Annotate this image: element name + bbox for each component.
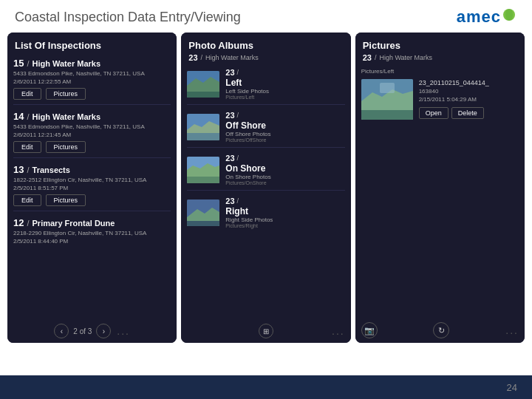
- picture-size: 163840: [419, 88, 519, 95]
- pictures-button[interactable]: Pictures: [46, 141, 86, 153]
- album-sub: Left Side Photos: [225, 88, 344, 95]
- pictures-panel-header: Pictures 23 / High Water Marks: [355, 33, 525, 65]
- album-item[interactable]: 23 / Left Left Side Photos Pictures/Left: [187, 68, 344, 105]
- album-path: Pictures/OnShore: [225, 180, 344, 185]
- bottom-bar: 24: [0, 375, 532, 399]
- inspection-number: 13: [13, 164, 24, 175]
- pictures-footer: 📷 ↻ ...: [355, 318, 525, 343]
- album-count-row: 23 /: [225, 111, 344, 120]
- album-item[interactable]: 23 / Right Right Side Photos Pictures/Ri…: [187, 197, 344, 233]
- svg-rect-7: [187, 133, 219, 140]
- album-thumbnail: [187, 200, 219, 226]
- pictures-button[interactable]: Pictures: [46, 194, 86, 206]
- inspections-title: List Of Inspections: [15, 40, 101, 51]
- picture-date: 2/15/2011 5:04:29 AM: [419, 96, 519, 103]
- page-number: 24: [507, 382, 517, 393]
- inspections-panel-header: List Of Inspections: [7, 33, 177, 55]
- inspection-number: 14: [13, 111, 24, 122]
- prev-button[interactable]: ‹: [54, 324, 69, 338]
- slash: /: [27, 219, 29, 228]
- album-info: 23 / Right Right Side Photos Pictures/Ri…: [225, 197, 344, 228]
- inspection-type: Transects: [33, 166, 70, 174]
- inspection-address: 2218-2290 Ellington Cir, Nashville, TN 3…: [13, 230, 171, 236]
- page-title: Coastal Inspection Data Entry/Viewing: [15, 10, 241, 25]
- album-slash: /: [237, 197, 239, 205]
- grid-icon[interactable]: ⊞: [259, 324, 273, 338]
- picture-thumb-svg: [361, 79, 413, 120]
- album-count: 23: [225, 68, 234, 77]
- picture-info: 23_20110215_044414_ 163840 2/15/2011 5:0…: [419, 79, 519, 120]
- album-slash: /: [237, 69, 239, 76]
- inspection-item: 12 / Primary Frontal Dune 2218-2290 Elli…: [13, 217, 171, 252]
- inspection-address: 5433 Edmondson Pike, Nashville, TN 37211…: [13, 70, 171, 77]
- albums-title: Photo Albums: [188, 40, 253, 51]
- camera-icon[interactable]: 📷: [361, 322, 378, 338]
- edit-button[interactable]: Edit: [13, 194, 41, 206]
- inspection-number: 15: [13, 58, 24, 69]
- inspection-date: 2/5/2011 8:44:40 PM: [13, 238, 171, 245]
- footer-dots: ...: [117, 325, 130, 337]
- amec-logo-text: amec: [457, 7, 501, 27]
- albums-panel: Photo Albums 23 / High Water Marks: [181, 33, 350, 343]
- album-thumb-svg: [187, 200, 219, 226]
- picture-item: 23_20110215_044414_ 163840 2/15/2011 5:0…: [361, 79, 519, 120]
- inspection-title-row: 13 / Transects: [13, 164, 171, 175]
- amec-logo-icon: [501, 9, 517, 25]
- svg-rect-4: [187, 92, 219, 98]
- album-name: Left: [225, 78, 344, 88]
- album-name: On Shore: [225, 163, 344, 174]
- album-item[interactable]: 23 / Off Shore Off Shore Photos Pictures…: [187, 111, 344, 148]
- inspection-buttons: Edit Pictures: [13, 141, 171, 153]
- page-info: 2 of 3: [73, 327, 92, 335]
- inspection-date: 2/6/2011 12:21:45 AM: [13, 132, 171, 138]
- page-header: Coastal Inspection Data Entry/Viewing am…: [0, 0, 532, 33]
- inspection-buttons: Edit Pictures: [13, 194, 171, 206]
- albums-list: 23 / Left Left Side Photos Pictures/Left: [181, 65, 350, 319]
- picture-name: 23_20110215_044414_: [419, 79, 519, 86]
- svg-rect-16: [361, 110, 413, 120]
- inspection-type: High Water Marks: [33, 59, 101, 68]
- pictures-button[interactable]: Pictures: [46, 88, 86, 100]
- album-info: 23 / Off Shore Off Shore Photos Pictures…: [225, 111, 344, 143]
- pictures-panel: Pictures 23 / High Water Marks Pictures/…: [355, 33, 525, 343]
- pictures-path-label: Pictures/Left: [361, 68, 519, 75]
- slash: /: [27, 59, 29, 68]
- inspections-list: 15 / High Water Marks 5433 Edmondson Pik…: [7, 55, 177, 319]
- albums-footer: ⊞ ...: [181, 319, 350, 343]
- albums-header-type: High Water Marks: [205, 54, 259, 61]
- inspection-item: 13 / Transects 1822-2512 Ellington Cir, …: [13, 164, 171, 211]
- inspection-item: 15 / High Water Marks 5433 Edmondson Pik…: [13, 58, 171, 105]
- inspection-date: 2/6/2011 12:22:55 AM: [13, 78, 171, 85]
- refresh-icon[interactable]: ↻: [433, 322, 449, 338]
- album-thumb-svg: [187, 71, 219, 98]
- album-item[interactable]: 23 / On Shore On Shore Photos Pictures/O…: [187, 154, 344, 191]
- main-content: List Of Inspections 15 / High Water Mark…: [0, 33, 532, 343]
- svg-rect-10: [187, 177, 219, 183]
- next-button[interactable]: ›: [96, 324, 111, 338]
- album-count-row: 23 /: [225, 197, 344, 205]
- svg-rect-17: [380, 83, 395, 93]
- album-count-row: 23 /: [225, 68, 344, 77]
- album-path: Pictures/Right: [225, 223, 344, 228]
- edit-button[interactable]: Edit: [13, 88, 41, 100]
- album-name: Off Shore: [225, 120, 344, 131]
- picture-buttons: Open Delete: [419, 107, 519, 119]
- album-count-row: 23 /: [225, 154, 344, 163]
- album-count: 23: [225, 111, 234, 120]
- album-thumbnail: [187, 71, 219, 98]
- album-thumbnail: [187, 157, 219, 183]
- inspection-type: High Water Marks: [33, 112, 101, 121]
- pictures-list: Pictures/Left 23_20110215_044414_ 163840…: [355, 65, 525, 318]
- inspection-item: 14 / High Water Marks 5433 Edmondson Pik…: [13, 111, 171, 158]
- inspection-type: Primary Frontal Dune: [33, 219, 115, 228]
- edit-button[interactable]: Edit: [13, 141, 41, 153]
- inspection-title-row: 15 / High Water Marks: [13, 58, 171, 69]
- delete-button[interactable]: Delete: [451, 107, 484, 119]
- slash: /: [27, 166, 29, 174]
- open-button[interactable]: Open: [419, 107, 449, 119]
- albums-slash: /: [201, 54, 203, 61]
- svg-point-1: [505, 9, 513, 21]
- footer-nav: ‹ 2 of 3 ›: [54, 324, 111, 338]
- album-thumb-svg: [187, 157, 219, 183]
- inspection-buttons: Edit Pictures: [13, 88, 171, 100]
